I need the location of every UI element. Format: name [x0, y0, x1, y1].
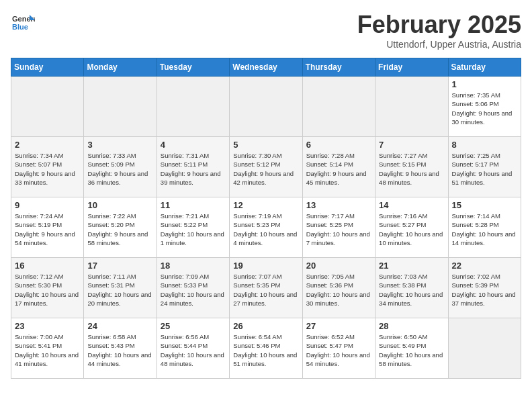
logo: General Blue	[11, 11, 35, 35]
day-info: Sunrise: 7:16 AM Sunset: 5:27 PM Dayligh…	[379, 212, 444, 247]
page-header: General Blue February 2025 Uttendorf, Up…	[11, 11, 521, 50]
day-info: Sunrise: 7:07 AM Sunset: 5:35 PM Dayligh…	[233, 272, 298, 308]
calendar-cell: 3Sunrise: 7:33 AM Sunset: 5:09 PM Daylig…	[84, 137, 157, 197]
day-number: 9	[15, 200, 80, 210]
day-number: 26	[233, 321, 298, 331]
day-number: 3	[87, 140, 152, 150]
day-info: Sunrise: 7:33 AM Sunset: 5:09 PM Dayligh…	[87, 151, 152, 187]
day-number: 24	[87, 321, 152, 331]
day-number: 10	[87, 200, 152, 210]
weekday-header-sunday: Sunday	[11, 58, 84, 77]
day-number: 4	[161, 140, 226, 150]
calendar-cell: 18Sunrise: 7:09 AM Sunset: 5:33 PM Dayli…	[157, 258, 229, 318]
calendar-cell: 16Sunrise: 7:12 AM Sunset: 5:30 PM Dayli…	[11, 258, 84, 318]
day-info: Sunrise: 6:56 AM Sunset: 5:44 PM Dayligh…	[161, 332, 226, 368]
day-number: 22	[452, 261, 517, 271]
calendar-cell: 6Sunrise: 7:28 AM Sunset: 5:14 PM Daylig…	[302, 137, 375, 197]
day-info: Sunrise: 7:25 AM Sunset: 5:17 PM Dayligh…	[452, 151, 517, 187]
month-title: February 2025	[357, 11, 521, 39]
calendar-week-row: 2Sunrise: 7:34 AM Sunset: 5:07 PM Daylig…	[11, 137, 521, 197]
day-number: 16	[15, 261, 80, 271]
day-number: 8	[452, 140, 517, 150]
calendar-table: SundayMondayTuesdayWednesdayThursdayFrid…	[11, 58, 521, 379]
day-info: Sunrise: 7:11 AM Sunset: 5:31 PM Dayligh…	[87, 272, 152, 308]
calendar-cell: 22Sunrise: 7:02 AM Sunset: 5:39 PM Dayli…	[448, 258, 521, 318]
day-info: Sunrise: 7:24 AM Sunset: 5:19 PM Dayligh…	[15, 212, 80, 247]
day-info: Sunrise: 7:17 AM Sunset: 5:25 PM Dayligh…	[306, 212, 371, 247]
weekday-header-saturday: Saturday	[448, 58, 521, 77]
calendar-cell: 12Sunrise: 7:19 AM Sunset: 5:23 PM Dayli…	[230, 197, 302, 258]
day-number: 11	[161, 200, 226, 210]
day-number: 20	[306, 261, 371, 271]
day-info: Sunrise: 6:52 AM Sunset: 5:47 PM Dayligh…	[306, 332, 371, 368]
day-info: Sunrise: 6:58 AM Sunset: 5:43 PM Dayligh…	[87, 332, 152, 368]
weekday-header-tuesday: Tuesday	[157, 58, 229, 77]
day-number: 17	[87, 261, 152, 271]
calendar-cell	[448, 318, 521, 379]
weekday-header-row: SundayMondayTuesdayWednesdayThursdayFrid…	[11, 58, 521, 77]
day-info: Sunrise: 6:54 AM Sunset: 5:46 PM Dayligh…	[233, 332, 298, 368]
day-info: Sunrise: 7:35 AM Sunset: 5:06 PM Dayligh…	[452, 91, 517, 126]
day-info: Sunrise: 7:22 AM Sunset: 5:20 PM Dayligh…	[87, 212, 152, 247]
day-info: Sunrise: 7:34 AM Sunset: 5:07 PM Dayligh…	[15, 151, 80, 187]
logo-icon: General Blue	[11, 11, 35, 35]
calendar-cell: 17Sunrise: 7:11 AM Sunset: 5:31 PM Dayli…	[84, 258, 157, 318]
day-info: Sunrise: 7:19 AM Sunset: 5:23 PM Dayligh…	[233, 212, 298, 247]
location-title: Uttendorf, Upper Austria, Austria	[357, 39, 521, 50]
day-number: 2	[15, 140, 80, 150]
day-info: Sunrise: 7:28 AM Sunset: 5:14 PM Dayligh…	[306, 151, 371, 187]
day-info: Sunrise: 7:14 AM Sunset: 5:28 PM Dayligh…	[452, 212, 517, 247]
day-number: 15	[452, 200, 517, 210]
calendar-week-row: 9Sunrise: 7:24 AM Sunset: 5:19 PM Daylig…	[11, 197, 521, 258]
calendar-cell: 10Sunrise: 7:22 AM Sunset: 5:20 PM Dayli…	[84, 197, 157, 258]
calendar-week-row: 23Sunrise: 7:00 AM Sunset: 5:41 PM Dayli…	[11, 318, 521, 379]
day-number: 27	[306, 321, 371, 331]
calendar-cell: 9Sunrise: 7:24 AM Sunset: 5:19 PM Daylig…	[11, 197, 84, 258]
svg-text:Blue: Blue	[12, 23, 28, 31]
calendar-cell: 7Sunrise: 7:27 AM Sunset: 5:15 PM Daylig…	[375, 137, 448, 197]
day-number: 12	[233, 200, 298, 210]
day-number: 23	[15, 321, 80, 331]
calendar-week-row: 16Sunrise: 7:12 AM Sunset: 5:30 PM Dayli…	[11, 258, 521, 318]
weekday-header-friday: Friday	[375, 58, 448, 77]
day-number: 6	[306, 140, 371, 150]
day-info: Sunrise: 7:00 AM Sunset: 5:41 PM Dayligh…	[15, 332, 80, 368]
calendar-cell	[84, 77, 157, 137]
calendar-cell: 25Sunrise: 6:56 AM Sunset: 5:44 PM Dayli…	[157, 318, 229, 379]
weekday-header-thursday: Thursday	[302, 58, 375, 77]
day-info: Sunrise: 7:30 AM Sunset: 5:12 PM Dayligh…	[233, 151, 298, 187]
day-info: Sunrise: 7:27 AM Sunset: 5:15 PM Dayligh…	[379, 151, 444, 187]
day-info: Sunrise: 7:02 AM Sunset: 5:39 PM Dayligh…	[452, 272, 517, 308]
calendar-cell: 26Sunrise: 6:54 AM Sunset: 5:46 PM Dayli…	[230, 318, 302, 379]
day-info: Sunrise: 7:05 AM Sunset: 5:36 PM Dayligh…	[306, 272, 371, 308]
calendar-cell	[11, 77, 84, 137]
calendar-cell: 11Sunrise: 7:21 AM Sunset: 5:22 PM Dayli…	[157, 197, 229, 258]
calendar-cell: 20Sunrise: 7:05 AM Sunset: 5:36 PM Dayli…	[302, 258, 375, 318]
calendar-cell: 28Sunrise: 6:50 AM Sunset: 5:49 PM Dayli…	[375, 318, 448, 379]
calendar-cell: 24Sunrise: 6:58 AM Sunset: 5:43 PM Dayli…	[84, 318, 157, 379]
day-info: Sunrise: 7:03 AM Sunset: 5:38 PM Dayligh…	[379, 272, 444, 308]
calendar-cell	[230, 77, 302, 137]
weekday-header-wednesday: Wednesday	[230, 58, 302, 77]
day-number: 1	[452, 79, 517, 89]
calendar-cell: 19Sunrise: 7:07 AM Sunset: 5:35 PM Dayli…	[230, 258, 302, 318]
calendar-cell: 15Sunrise: 7:14 AM Sunset: 5:28 PM Dayli…	[448, 197, 521, 258]
day-number: 13	[306, 200, 371, 210]
day-number: 14	[379, 200, 444, 210]
day-info: Sunrise: 7:12 AM Sunset: 5:30 PM Dayligh…	[15, 272, 80, 308]
day-info: Sunrise: 6:50 AM Sunset: 5:49 PM Dayligh…	[379, 332, 444, 368]
calendar-cell	[375, 77, 448, 137]
day-info: Sunrise: 7:09 AM Sunset: 5:33 PM Dayligh…	[161, 272, 226, 308]
weekday-header-monday: Monday	[84, 58, 157, 77]
calendar-cell: 21Sunrise: 7:03 AM Sunset: 5:38 PM Dayli…	[375, 258, 448, 318]
day-number: 18	[161, 261, 226, 271]
day-number: 21	[379, 261, 444, 271]
calendar-cell: 2Sunrise: 7:34 AM Sunset: 5:07 PM Daylig…	[11, 137, 84, 197]
calendar-cell: 4Sunrise: 7:31 AM Sunset: 5:11 PM Daylig…	[157, 137, 229, 197]
calendar-cell: 8Sunrise: 7:25 AM Sunset: 5:17 PM Daylig…	[448, 137, 521, 197]
day-info: Sunrise: 7:21 AM Sunset: 5:22 PM Dayligh…	[161, 212, 226, 247]
day-number: 19	[233, 261, 298, 271]
calendar-cell: 13Sunrise: 7:17 AM Sunset: 5:25 PM Dayli…	[302, 197, 375, 258]
calendar-cell: 27Sunrise: 6:52 AM Sunset: 5:47 PM Dayli…	[302, 318, 375, 379]
day-number: 28	[379, 321, 444, 331]
